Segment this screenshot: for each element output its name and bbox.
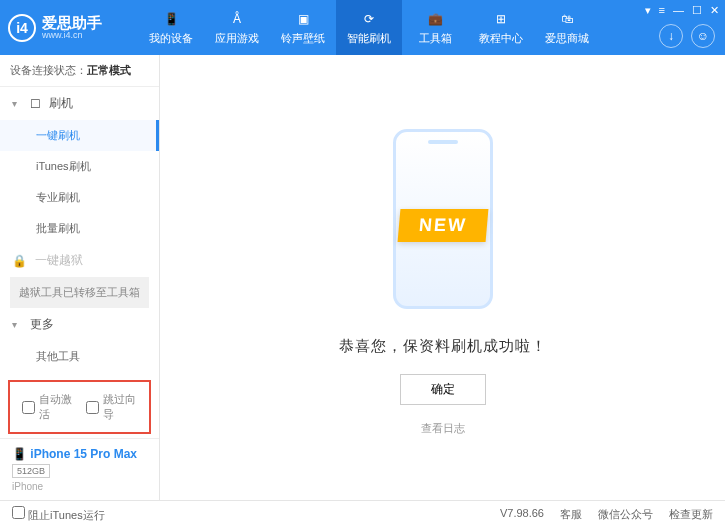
menu-one-click-flash[interactable]: 一键刷机 <box>0 120 159 151</box>
app-subtitle: www.i4.cn <box>42 30 102 40</box>
support-link[interactable]: 客服 <box>560 507 582 522</box>
device-name: iPhone 15 Pro Max <box>30 447 137 461</box>
toolbox-icon: 💼 <box>425 10 445 28</box>
user-button[interactable]: ☺ <box>691 24 715 48</box>
success-message: 恭喜您，保资料刷机成功啦！ <box>339 337 547 356</box>
lock-icon: 🔒 <box>12 254 27 268</box>
jailbreak-note: 越狱工具已转移至工具箱 <box>10 277 149 308</box>
sidebar-menu: ▾☐ 刷机 一键刷机 iTunes刷机 专业刷机 批量刷机 🔒一键越狱 越狱工具… <box>0 87 159 376</box>
footer: 阻止iTunes运行 V7.98.66 客服 微信公众号 检查更新 <box>0 500 725 527</box>
close-icon[interactable]: ✕ <box>710 4 719 17</box>
version-label: V7.98.66 <box>500 507 544 522</box>
view-log-link[interactable]: 查看日志 <box>421 421 465 436</box>
footer-left: 阻止iTunes运行 <box>12 506 105 523</box>
chevron-down-icon: ▾ <box>12 98 22 109</box>
header-actions: ↓ ☺ <box>659 24 715 48</box>
group-more[interactable]: ▾更多 <box>0 308 159 341</box>
success-illustration: NEW <box>363 119 523 319</box>
nav-toolbox[interactable]: 💼工具箱 <box>402 0 468 55</box>
menu-pro-flash[interactable]: 专业刷机 <box>0 182 159 213</box>
auto-activate-checkbox[interactable]: 自动激活 <box>22 392 74 422</box>
chevron-down-icon: ▾ <box>12 319 22 330</box>
top-nav: 📱我的设备 Å应用游戏 ▣铃声壁纸 ⟳智能刷机 💼工具箱 ⊞教程中心 🛍爱思商城 <box>138 0 600 55</box>
app-title: 爱思助手 <box>42 15 102 30</box>
apps-icon: Å <box>227 10 247 28</box>
phone-icon: 📱 <box>161 10 181 28</box>
nav-store[interactable]: 🛍爱思商城 <box>534 0 600 55</box>
group-flash[interactable]: ▾☐ 刷机 <box>0 87 159 120</box>
main-content: NEW 恭喜您，保资料刷机成功啦！ 确定 查看日志 <box>160 55 725 500</box>
menu-icon[interactable]: ▾ <box>645 4 651 17</box>
new-banner: NEW <box>397 209 488 242</box>
app-header: i4 爱思助手 www.i4.cn 📱我的设备 Å应用游戏 ▣铃声壁纸 ⟳智能刷… <box>0 0 725 55</box>
device-icon: 📱 iPhone 15 Pro Max <box>12 447 147 461</box>
maximize-icon[interactable]: ☐ <box>692 4 702 17</box>
menu-itunes-flash[interactable]: iTunes刷机 <box>0 151 159 182</box>
window-controls: ▾ ≡ — ☐ ✕ <box>645 4 719 17</box>
update-link[interactable]: 检查更新 <box>669 507 713 522</box>
nav-flash[interactable]: ⟳智能刷机 <box>336 0 402 55</box>
tutorial-icon: ⊞ <box>491 10 511 28</box>
logo-area: i4 爱思助手 www.i4.cn <box>8 14 138 42</box>
block-itunes-checkbox[interactable]: 阻止iTunes运行 <box>12 506 105 523</box>
logo-icon: i4 <box>8 14 36 42</box>
connection-status: 设备连接状态：正常模式 <box>0 55 159 87</box>
menu-batch-flash[interactable]: 批量刷机 <box>0 213 159 244</box>
wallpaper-icon: ▣ <box>293 10 313 28</box>
menu-other-tools[interactable]: 其他工具 <box>0 341 159 372</box>
group-jailbreak: 🔒一键越狱 <box>0 244 159 277</box>
skip-guide-checkbox[interactable]: 跳过向导 <box>86 392 138 422</box>
ok-button[interactable]: 确定 <box>400 374 486 405</box>
nav-my-device[interactable]: 📱我的设备 <box>138 0 204 55</box>
menu-download-firmware[interactable]: 下载固件 <box>0 372 159 376</box>
footer-right: V7.98.66 客服 微信公众号 检查更新 <box>500 507 713 522</box>
wechat-link[interactable]: 微信公众号 <box>598 507 653 522</box>
store-icon: 🛍 <box>557 10 577 28</box>
nav-tutorials[interactable]: ⊞教程中心 <box>468 0 534 55</box>
options-highlight-box: 自动激活 跳过向导 <box>8 380 151 434</box>
settings-icon[interactable]: ≡ <box>659 4 665 17</box>
device-model: iPhone <box>12 481 147 492</box>
device-info: 📱 iPhone 15 Pro Max 512GB iPhone <box>0 438 159 500</box>
sidebar: 设备连接状态：正常模式 ▾☐ 刷机 一键刷机 iTunes刷机 专业刷机 批量刷… <box>0 55 160 500</box>
nav-apps[interactable]: Å应用游戏 <box>204 0 270 55</box>
nav-ringtones[interactable]: ▣铃声壁纸 <box>270 0 336 55</box>
download-button[interactable]: ↓ <box>659 24 683 48</box>
storage-badge: 512GB <box>12 464 50 478</box>
flash-icon: ⟳ <box>359 10 379 28</box>
minimize-icon[interactable]: — <box>673 4 684 17</box>
